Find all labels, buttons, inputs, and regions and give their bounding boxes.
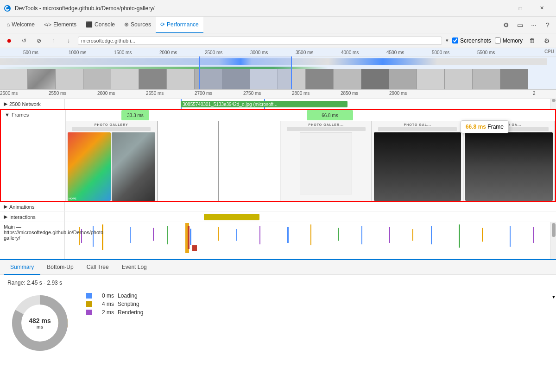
dropdown-arrow[interactable]: ▾ (446, 37, 449, 44)
frame-tooltip: 66.8 ms Frame (461, 120, 509, 133)
close-button[interactable]: ✕ (531, 0, 552, 17)
inner-tick-2900: 2900 ms (389, 91, 407, 96)
animations-label[interactable]: ▶ Animations (0, 202, 65, 212)
interactions-content (65, 212, 556, 222)
inner-tick-2500: 2500 ms (0, 91, 18, 96)
screenshots-checkbox-label[interactable]: Screenshots (452, 37, 491, 44)
range-text: Range: 2.45 s - 2.93 s (7, 280, 549, 286)
screenshot-thumb (167, 69, 195, 90)
screenshot-thumb (83, 69, 111, 90)
tick-1500ms: 1500 ms (114, 48, 132, 56)
inner-tick-2550: 2550 ms (49, 91, 66, 96)
screenshot-thumb (361, 69, 389, 90)
download-button[interactable]: ↓ (63, 35, 74, 46)
flame-chart (65, 222, 550, 259)
clear-button[interactable]: ⊘ (33, 35, 44, 46)
upload-button[interactable]: ↑ (48, 35, 59, 46)
tab-bottom-up[interactable]: Bottom-Up (40, 260, 80, 275)
title-bar: DevTools - microsoftedge.github.io/Demos… (0, 0, 556, 17)
tab-welcome[interactable]: ⌂ Welcome (2, 17, 39, 33)
main-timeline: 2500 ms 2550 ms 2600 ms 2650 ms 2700 ms … (0, 90, 556, 392)
tick-500ms: 500 ms (23, 48, 38, 56)
rendering-color (86, 310, 92, 315)
vscroll-top[interactable] (550, 99, 556, 109)
performance-icon: ⟳ (160, 21, 165, 28)
tooltip-text: Frame (487, 124, 504, 130)
frame-block-2: 66.8 ms (307, 110, 353, 120)
window-controls: — □ ✕ (488, 0, 552, 17)
tab-elements[interactable]: </> Elements (39, 17, 81, 33)
tab-event-log[interactable]: Event Log (115, 260, 153, 275)
tab-summary[interactable]: Summary (4, 260, 40, 275)
trash-button[interactable]: 🗑 (526, 35, 537, 46)
vscroll-right[interactable]: ▼ (550, 222, 556, 259)
settings-gear-button[interactable]: ⚙ (499, 19, 512, 31)
home-icon: ⌂ (6, 21, 10, 28)
recording-toolbar: ⏺ ↺ ⊘ ↑ ↓ microsoftedge.github.i... ▾ Sc… (0, 33, 556, 48)
frame-thumb-1: PHOTO GALLERY HOPE (66, 121, 158, 201)
tab-call-tree[interactable]: Call Tree (80, 260, 115, 275)
screenshots-checkbox[interactable] (452, 37, 458, 44)
frames-label[interactable]: ▼ Frames (1, 110, 66, 201)
legend-scripting: 4 ms Scripting (86, 301, 143, 307)
tick-3000ms: 3000 ms (250, 48, 268, 56)
inner-tick-end: 2 (533, 91, 536, 96)
timeline-ruler: 500 ms 1000 ms 1500 ms 2000 ms 2500 ms 3… (0, 48, 556, 56)
tab-actions: ⚙ ▭ ··· ? (499, 17, 554, 33)
help-button[interactable]: ? (541, 19, 554, 31)
tick-2000ms: 2000 ms (159, 48, 177, 56)
more-tabs-button[interactable]: ··· (527, 19, 540, 31)
record-button[interactable]: ⏺ (4, 35, 15, 46)
memory-checkbox-label[interactable]: Memory (495, 37, 523, 44)
tab-console[interactable]: ⬛ Console (81, 17, 120, 33)
interactions-expand-icon[interactable]: ▶ (4, 214, 7, 220)
animations-expand-icon[interactable]: ▶ (4, 204, 7, 210)
scroll-down-arrow[interactable]: ▼ (551, 294, 556, 299)
memory-checkbox[interactable] (495, 37, 501, 44)
minimize-button[interactable]: — (488, 0, 510, 17)
screenshot-thumb (139, 69, 167, 90)
tick-1000ms: 1000 ms (69, 48, 86, 56)
selected-range[interactable] (199, 56, 292, 90)
vscroll-thumb[interactable] (552, 99, 556, 102)
tab-sources[interactable]: ⊕ Sources (120, 17, 156, 33)
screenshot-thumb (445, 69, 473, 90)
tab-performance[interactable]: ⟳ Performance (156, 17, 203, 33)
device-toggle-button[interactable]: ▭ (513, 19, 526, 31)
main-thread-content (65, 222, 550, 259)
frame-thumb-4: PHOTO GALLER... (280, 121, 372, 201)
frames-expand-icon[interactable]: ▼ (5, 112, 10, 118)
elements-icon: </> (44, 22, 51, 27)
screenshot-thumb (0, 69, 28, 90)
reload-record-button[interactable]: ↺ (19, 35, 30, 46)
screenshot-thumb (473, 69, 500, 90)
timeline-content[interactable] (0, 56, 556, 90)
screenshot-thumb (306, 69, 334, 90)
settings-button[interactable]: ⚙ (541, 35, 552, 46)
inner-tick-2650: 2650 ms (146, 91, 164, 96)
tick-5000ms: 5000 ms (432, 48, 449, 56)
network-label[interactable]: ▶ 2500 Network (0, 99, 65, 109)
maximize-button[interactable]: □ (510, 0, 531, 17)
animations-content (65, 202, 556, 212)
bottom-tabs: Summary Bottom-Up Call Tree Event Log (0, 260, 556, 275)
frame-thumb-2 (158, 121, 219, 201)
timeline-overview[interactable]: 500 ms 1000 ms 1500 ms 2000 ms 2500 ms 3… (0, 48, 556, 90)
screenshot-thumb (28, 69, 56, 90)
network-expand-icon[interactable]: ▶ (4, 101, 7, 107)
frames-content[interactable]: 33.3 ms 66.8 ms 66.8 ms Frame PHOTO GALL… (66, 110, 555, 201)
tick-5500ms: 5500 ms (477, 48, 495, 56)
page-title: DevTools - microsoftedge.github.io/Demos… (15, 5, 485, 12)
tab-bar: ⌂ Welcome </> Elements ⬛ Console ⊕ Sourc… (0, 17, 556, 33)
tick-3500ms: 3500 ms (296, 48, 313, 56)
screenshot-thumb (56, 69, 83, 90)
frame-block-1: 33.3 ms (121, 110, 149, 120)
screenshot-thumb (389, 69, 417, 90)
interactions-label[interactable]: ▶ Interactions (0, 212, 65, 222)
network-bar: 30855740301_5133e3942d_o.jpg (microsoft.… (181, 101, 348, 107)
inner-tick-2750: 2750 ms (243, 91, 261, 96)
vscroll-thumb[interactable] (552, 223, 556, 237)
inner-tick-2700: 2700 ms (195, 91, 212, 96)
inner-tick-2800: 2800 ms (292, 91, 310, 96)
screenshot-thumb (417, 69, 445, 90)
